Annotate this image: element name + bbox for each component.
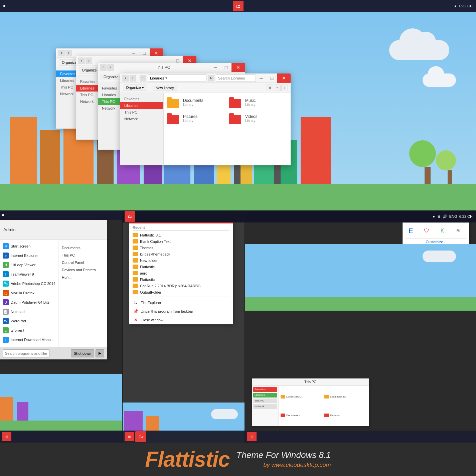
forward-btn-2[interactable]: › (86, 57, 92, 64)
shutdown-arrow-btn[interactable]: ▶ (96, 349, 104, 357)
back-btn-libraries[interactable]: ‹ (122, 75, 129, 82)
sidebar-libraries-active[interactable]: Libraries (120, 102, 163, 109)
organize-btn-libraries[interactable]: Organize ▾ (123, 85, 147, 91)
view-grid-btn[interactable]: ⊞ (267, 85, 273, 91)
forward-btn-1[interactable]: › (65, 50, 72, 56)
ie-icon: e (3, 253, 9, 259)
forward-btn-thispc[interactable]: › (107, 64, 114, 71)
close-btn-thispc[interactable]: ✕ (231, 63, 245, 72)
thumb-item-c[interactable]: Local Disk C: (281, 388, 323, 405)
search-input-libraries[interactable] (216, 74, 256, 82)
fe-item-kjj[interactable]: kjj.deskthemepack (129, 251, 233, 257)
fe-item-themes[interactable]: Themes (129, 245, 233, 251)
start-button-mini[interactable]: ⊞ (2, 432, 11, 441)
start-item-utorrent[interactable]: µ µTorrent (0, 326, 58, 335)
videos-sub: Library (245, 119, 257, 123)
volume-icon: 🔊 (443, 214, 447, 219)
new-library-btn[interactable]: New library (153, 85, 177, 91)
tray-icon-flag[interactable]: ⚑ (453, 225, 463, 236)
minimize-btn-thispc[interactable]: ─ (210, 63, 221, 72)
fe-action-unpin[interactable]: 📌 Unpin this program from taskbar (129, 307, 233, 316)
start-button-mini-3[interactable]: ⊞ (247, 432, 257, 441)
fe-action-explorer[interactable]: 🗂 File Explorer (129, 298, 233, 307)
thumb-item-d[interactable]: Local Disk D: (324, 388, 367, 405)
start-item-idm[interactable]: ↓ Internet Download Mana... (0, 335, 58, 344)
start-item-startscreen[interactable]: ⊞ Start screen (0, 242, 58, 251)
systray-cloud (423, 251, 456, 262)
fe-action-close[interactable]: ✕ Close window (129, 316, 233, 324)
thumb-sidebar-network[interactable]: Network (253, 404, 277, 409)
sidebar-network-libraries[interactable]: Network (120, 116, 163, 122)
fe-taskbar-icon[interactable]: 🗂 (125, 211, 135, 222)
fe-item-aero[interactable]: aero (129, 270, 233, 276)
tray-icon-kaspersky[interactable]: K (437, 225, 448, 236)
fe-item-flattastic3[interactable]: Flattastic (129, 276, 233, 283)
lib-item-pictures[interactable]: Pictures Library (167, 112, 225, 124)
view-list-btn[interactable]: ≡ (274, 85, 281, 91)
address-bar-libraries[interactable]: Libraries ▾ (148, 74, 206, 82)
start-item-ie[interactable]: e Internet Explorer (0, 251, 58, 260)
lib-item-videos[interactable]: Videos Library (229, 112, 287, 124)
fe-item-blankcaption[interactable]: Blank Caption Text (129, 238, 233, 245)
thumb-item-docs[interactable]: Documents (281, 407, 323, 424)
start-item-teamviewer[interactable]: T TeamViewer 9 (0, 270, 58, 279)
fe-item-catrun[interactable]: Cat.Run.2.2014.BDRip.x264-RARBG (129, 283, 233, 289)
nav-btns-1: ‹ › (56, 50, 74, 56)
search-programs-input[interactable] (3, 349, 49, 357)
start-item-wordpad[interactable]: W WordPad (0, 316, 58, 326)
address-dropdown[interactable]: ▾ (165, 76, 167, 80)
thumb-item-pics[interactable]: Pictures (324, 407, 367, 424)
taskbar-dot-right: ● (454, 4, 457, 8)
forward-btn-libraries[interactable]: › (130, 75, 136, 82)
utorrent-icon: µ (3, 327, 9, 333)
start-button-mini-2[interactable]: ⊞ (125, 432, 134, 441)
fe-label-kjj: kjj.deskthemepack (140, 252, 170, 256)
fe-item-flattastic2[interactable]: Flattastic (129, 264, 233, 270)
systray-taskbar-top: ● 🖥 🔊 ENG 6:32 CH (245, 210, 476, 222)
view-detail-btn[interactable]: ⋮ (281, 85, 288, 91)
refresh-btn-libraries[interactable]: ↻ (208, 75, 214, 82)
fe-item-outputfolder[interactable]: OutputFolder (129, 289, 233, 295)
start-right-devices[interactable]: Devices and Printers (58, 266, 107, 274)
panel2-taskbar-top: 🗂 (123, 210, 245, 222)
fe-item-newfolder[interactable]: New folder (129, 257, 233, 264)
thumb-content: Favorites Libraries This PC Network Loca… (252, 386, 369, 426)
sidebar-thispc-libraries[interactable]: This PC (120, 109, 163, 116)
fe-item-flattastic81[interactable]: Flattastic 8.1 (129, 232, 233, 238)
lib-item-documents[interactable]: Documents Library (167, 96, 225, 108)
up-btn-libraries[interactable]: ↑ (140, 75, 146, 82)
start-right-documents[interactable]: Documents (58, 244, 107, 252)
tray-icon-2[interactable]: 🛡 (421, 225, 432, 236)
shutdown-btn[interactable]: Shut down (71, 349, 94, 357)
back-btn-thispc[interactable]: ‹ (100, 64, 107, 71)
minimize-btn-libraries[interactable]: ─ (256, 73, 267, 83)
back-btn-2[interactable]: ‹ (78, 57, 85, 64)
fe-sep1 (133, 297, 229, 297)
cloud-2 (423, 73, 456, 87)
start-item-photoshop[interactable]: Ps Adobe Photoshop CC 2014 (0, 279, 58, 288)
start-right-thispc[interactable]: This PC (58, 252, 107, 259)
brand-subtitle: Theme For Windows 8.1 (236, 450, 331, 460)
file-explorer-taskbar-icon[interactable]: 🗂 (233, 1, 244, 11)
start-item-hitleap[interactable]: H HitLeap Viewer (0, 260, 58, 270)
maximize-btn-libraries[interactable]: □ (267, 73, 277, 83)
lang-label: ENG (449, 214, 457, 218)
tray-icon-1[interactable]: E (406, 225, 416, 236)
start-right-controlpanel[interactable]: Control Panel (58, 259, 107, 266)
start-right-run[interactable]: Run... (58, 274, 107, 281)
p2-cloud (211, 409, 238, 419)
titlebar-btns-thispc: ─ □ ✕ (210, 63, 245, 72)
start-item-notepad[interactable]: 📄 Notepad (0, 307, 58, 316)
sidebar-favorites-libraries[interactable]: Favorites (120, 96, 163, 102)
thumb-sidebar-favorites[interactable]: Favorites (253, 387, 277, 392)
back-btn-1[interactable]: ‹ (58, 50, 65, 56)
start-item-daum[interactable]: D Daum Potplayer-64 Bits (0, 298, 58, 307)
start-item-firefox[interactable]: 🦊 Mozilla Firefox (0, 288, 58, 298)
maximize-btn-thispc[interactable]: □ (221, 63, 231, 72)
thumb-sidebar-thispc[interactable]: This PC (253, 399, 277, 403)
lib-item-music[interactable]: Music Library (229, 96, 287, 108)
thumb-sidebar-libraries[interactable]: Libraries (253, 393, 277, 398)
close-btn-libraries[interactable]: ✕ (277, 73, 291, 83)
ie-label: Internet Explorer (11, 254, 38, 258)
fe-taskbar-bottom-icon[interactable]: 🗂 (135, 431, 146, 442)
